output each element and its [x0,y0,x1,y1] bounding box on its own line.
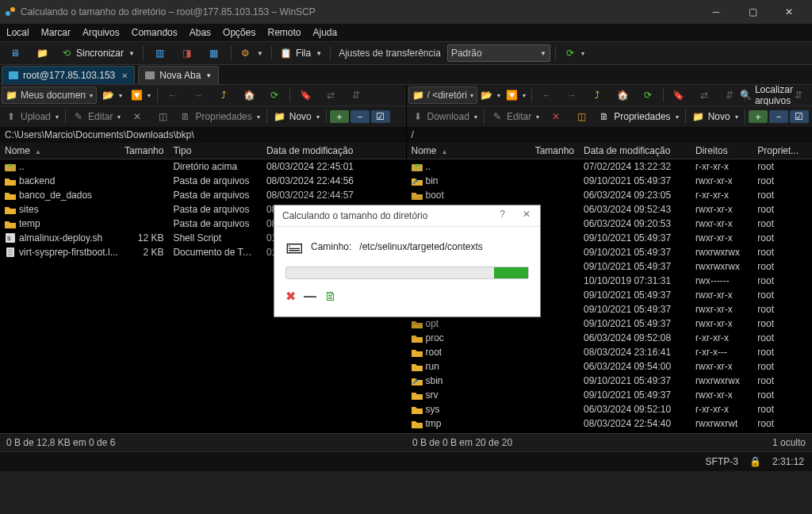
transfer-preset-select[interactable]: Padrão▼ [447,44,550,62]
list-item[interactable]: ..07/02/2024 13:22:32r-xr-xr-xroot [407,159,813,174]
dialog-close-button[interactable]: ✕ [523,209,530,220]
session-tab-active[interactable]: root@177.85.103.153 ✕ [2,66,135,84]
new-tab-button[interactable]: Nova Aba ▼ [138,66,219,84]
dialog-titlebar[interactable]: Calculando o tamanho do diretório ? ✕ [274,205,540,227]
tb-btn-5[interactable]: ▦ [202,44,226,62]
list-item[interactable]: backendPasta de arquivos08/03/2024 22:44… [0,174,406,188]
remote-filter-button[interactable]: 🔽▾ [504,86,528,104]
list-item[interactable]: boot06/03/2024 09:23:05r-xr-xr-xroot [407,188,813,202]
local-delete-button[interactable]: ✕ [125,108,149,125]
hidden-count: 1 oculto [772,437,806,448]
tab-close-icon[interactable]: ✕ [121,71,128,80]
menu-abas[interactable]: Abas [188,26,213,39]
download-button[interactable]: ⬇Download▾ [408,108,481,125]
local-filter-button[interactable]: 🔽▾ [127,86,154,104]
list-item[interactable]: banco_de_dadosPasta de arquivos08/03/202… [0,188,406,202]
remote-nav-ex1[interactable]: ⇄ [692,86,716,104]
local-sel-button[interactable]: ☑ [371,110,390,123]
dialog-cancel-button[interactable]: ✖ [285,289,296,304]
local-nav-1[interactable]: 📂▾ [98,86,125,104]
local-path[interactable]: C:\Users\Marcio\Documents\Downloads\bkp\ [0,127,406,143]
remote-refresh-button[interactable]: ⟳ [636,86,660,104]
settings-button[interactable]: ⚙▼ [236,44,266,62]
local-back-button[interactable]: ← [161,86,185,104]
local-props-button[interactable]: 🗎Propriedades▾ [176,108,262,125]
remote-new-button[interactable]: 📁Novo▾ [689,108,741,125]
local-list-header[interactable]: Nome▲ Tamanho Tipo Data de modificação [0,143,406,159]
list-item[interactable]: sbin09/10/2021 05:49:37rwxrwxrwxroot [407,374,813,388]
find-files-button[interactable]: 🔍Localizar arquivos [748,86,785,104]
tb-btn-3[interactable]: ▥ [148,44,172,62]
remote-sel-button[interactable]: ☑ [790,110,809,123]
menu-ajuda[interactable]: Ajuda [312,26,339,39]
remote-nav-ex3[interactable]: ⇵ [787,86,810,104]
remote-delete-button[interactable]: ✕ [544,108,568,125]
list-item[interactable]: tmp08/03/2024 22:54:40rwxrwxrwtroot [407,416,813,431]
remote-fwd-button[interactable]: → [560,86,584,104]
list-item[interactable]: usr07/02/2024 13:22:33rwxr-xr-xroot [407,431,813,433]
remote-nav-toolbar: 📁/ <diretóri▾ 📂▾ 🔽▾ ← → ⤴ 🏠 ⟳ 🔖 ⇄ ⇵ 🔍Loc… [407,85,813,105]
tb-btn-2[interactable]: 📁 [30,44,54,62]
remote-nav-1[interactable]: 📂▾ [479,86,503,104]
local-nav-ex1[interactable]: ⇄ [319,86,343,104]
maximize-button[interactable]: ▢ [734,0,771,24]
refresh-button[interactable]: ⟳▾ [561,44,588,62]
list-item[interactable]: bin09/10/2021 05:49:37rwxr-xr-xroot [407,174,813,188]
local-plus-button[interactable]: ＋ [330,110,349,123]
local-home-button[interactable]: 🏠 [237,86,261,104]
menu-marcar[interactable]: Marcar [40,26,72,39]
remote-x2-button[interactable]: ◫ [569,108,593,125]
dialog-path-label: Caminho: [311,241,351,252]
dialog-minimize-button[interactable]: — [304,290,316,304]
remote-up-button[interactable]: ⤴ [585,86,609,104]
sync-button[interactable]: ⟲Sincronizar▼ [57,44,138,62]
remote-plus-button[interactable]: ＋ [749,110,768,123]
list-item[interactable]: proc06/03/2024 09:52:08r-xr-xr-xroot [407,331,813,345]
list-item[interactable]: opt09/10/2021 05:49:37rwxr-xr-xroot [407,316,813,331]
menu-local[interactable]: Local [5,26,31,39]
queue-button[interactable]: 📋Fila▼ [277,44,325,62]
dialog-path-value: /etc/selinux/targeted/contexts [359,241,482,252]
list-item[interactable]: run06/03/2024 09:54:00rwxr-xr-xroot [407,359,813,374]
folder-icon [412,347,423,357]
menu-arquivos[interactable]: Arquivos [81,26,121,39]
tb-btn-4[interactable]: ◨ [175,44,199,62]
menu-comandos[interactable]: Comandos [130,26,179,39]
remote-list-header[interactable]: Nome▲ Tamanho Data de modificação Direit… [407,143,813,159]
upload-button[interactable]: ⬆Upload▾ [2,108,62,125]
close-button[interactable]: ✕ [771,0,807,24]
local-edit-button[interactable]: ✎Editar▾ [69,108,124,125]
queue-label: Fila [296,48,311,59]
local-x2-button[interactable]: ◫ [151,108,174,125]
list-item[interactable]: sys06/03/2024 09:52:10r-xr-xr-xroot [407,402,813,416]
list-item[interactable]: srv09/10/2021 05:49:37rwxr-xr-xroot [407,388,813,402]
remote-back-button[interactable]: ← [534,86,558,104]
local-minus-button[interactable]: － [350,110,370,123]
menu-remoto[interactable]: Remoto [266,26,302,39]
remote-path[interactable]: / [407,127,813,143]
menu-opções[interactable]: Opções [221,26,257,39]
local-bookmark-button[interactable]: 🔖 [293,86,317,104]
dialog-help-button[interactable]: ? [500,209,505,220]
local-fwd-button[interactable]: → [186,86,210,104]
local-refresh-button[interactable]: ⟳ [262,86,286,104]
local-location-select[interactable]: 📁Meus documento▾ [2,86,97,104]
remote-nav-ex2[interactable]: ⇵ [718,86,741,104]
remote-action-toolbar: ⬇Download▾ ✎Editar▾ ✕ ◫ 🗎Propriedades▾ 📁… [407,105,813,127]
transfer-value: Padrão [451,48,482,59]
local-nav-ex2[interactable]: ⇵ [344,86,368,104]
list-item[interactable]: root08/03/2024 23:16:41r-xr-x---root [407,345,813,359]
remote-bookmark-button[interactable]: 🔖 [667,86,691,104]
remote-location-select[interactable]: 📁/ <diretóri▾ [408,86,477,104]
remote-minus-button[interactable]: － [769,110,788,123]
local-new-button[interactable]: 📁Novo▾ [270,108,323,125]
remote-props-button[interactable]: 🗎Propriedades▾ [595,108,681,125]
list-item[interactable]: ..Diretório acima08/03/2024 22:45:01 [0,159,406,174]
tb-btn-1[interactable]: 🖥 [3,44,27,62]
remote-home-button[interactable]: 🏠 [611,86,634,104]
local-up-button[interactable]: ⤴ [212,86,236,104]
minimize-button[interactable]: ─ [698,0,734,24]
transfer-label: Ajustes de transferência [339,48,441,59]
dialog-background-button[interactable]: 🗎 [324,290,337,304]
remote-edit-button[interactable]: ✎Editar▾ [488,108,542,125]
